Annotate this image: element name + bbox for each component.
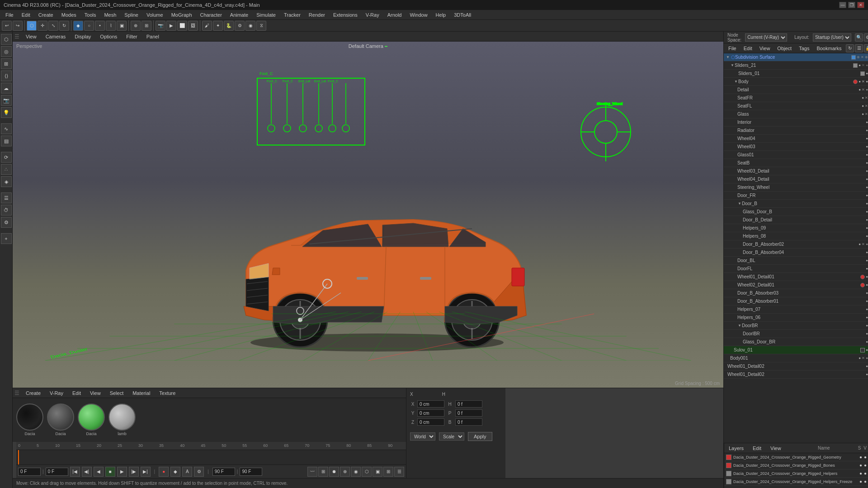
tree-item-doorabsorber04[interactable]: Door_B_Absorber04● [724, 249, 868, 257]
prev-frame-btn[interactable]: ◀| [82, 467, 92, 477]
stop-btn[interactable]: ■ [105, 467, 115, 477]
layers-tool[interactable]: ☰ [1, 192, 12, 203]
viewport[interactable]: Perspective Default Camera •• Foot_C [13, 42, 723, 388]
spline-tool[interactable]: ∿ [1, 123, 12, 134]
menu-item-arnold[interactable]: Arnold [384, 11, 406, 19]
tree-item-body001[interactable]: Body001 ●✕● [724, 354, 868, 362]
menu-item-v-ray[interactable]: V-Ray [362, 11, 383, 19]
om-view[interactable]: View [757, 45, 773, 52]
tree-item-wheel03[interactable]: Wheel03● [724, 143, 868, 151]
fps-input[interactable] [240, 468, 262, 476]
camera-tool[interactable]: 📷 [1, 95, 12, 106]
environment-tool[interactable]: ☁ [1, 83, 12, 94]
plugin-btn3[interactable]: ⧖ [256, 21, 266, 31]
om-edit[interactable]: Edit [741, 45, 755, 52]
material-item-3[interactable]: Dacia [78, 404, 105, 436]
material-ball-2[interactable] [47, 404, 74, 431]
xpresso-play-btn[interactable]: ▣ [373, 467, 382, 477]
mat-view[interactable]: View [87, 389, 104, 397]
viewport-menu-panel[interactable]: Panel [144, 33, 162, 40]
python-btn[interactable]: 🐍 [224, 21, 234, 31]
rotation-h-input[interactable] [455, 400, 482, 408]
layout-select[interactable]: Startup (User) [813, 33, 851, 42]
menu-item-create[interactable]: Create [35, 11, 57, 19]
tree-item-helpers07[interactable]: Helpers_07● [724, 305, 868, 314]
tree-item-sliders01[interactable]: ▶ Sliders_01 ● [724, 70, 868, 78]
record-btn[interactable]: ● [159, 467, 169, 477]
cube-tool[interactable]: ⬡ [1, 34, 12, 45]
menu-item-window[interactable]: Window [406, 11, 431, 19]
om-lock-btn[interactable]: 🔒 [864, 44, 868, 52]
viewport-extra-btn[interactable]: ⊞ [383, 467, 393, 477]
tree-item-doorabsorber01[interactable]: Door_B_Absorber01● [724, 297, 868, 305]
menu-item-modes[interactable]: Modes [58, 11, 80, 19]
material-item-2[interactable]: Dacia [47, 404, 74, 436]
menu-item-file[interactable]: File [2, 11, 17, 19]
tree-item-seatb[interactable]: SeatB● [724, 159, 868, 167]
play-reverse-btn[interactable]: ◀ [94, 467, 104, 477]
plugin-btn1[interactable]: ⚙ [235, 21, 245, 31]
tree-item-doorfr[interactable]: Door_FR● [724, 192, 868, 200]
sculpt-btn[interactable]: ✦ [213, 21, 223, 31]
go-to-start-btn[interactable]: |◀ [70, 467, 80, 477]
menu-item-spline[interactable]: Spline [121, 11, 142, 19]
frame-current-input[interactable] [46, 468, 68, 476]
viewport-menu-cameras[interactable]: Cameras [43, 33, 69, 40]
auto-key-btn[interactable]: A [182, 467, 192, 477]
xpresso-tool[interactable]: ⚙ [1, 217, 12, 228]
mat-select[interactable]: Select [107, 389, 127, 397]
tree-item-helpers09[interactable]: Helpers_09● [724, 224, 868, 232]
paint-layer-tool[interactable]: ▤ [1, 136, 12, 146]
tree-item-sulov[interactable]: Sulov_01 ● [724, 346, 868, 354]
redo-button[interactable]: ↪ [13, 21, 23, 31]
undo-button[interactable]: ↩ [2, 21, 12, 31]
scale-tool[interactable]: ⤡ [48, 21, 58, 31]
material-ball-3[interactable] [78, 404, 105, 431]
tree-item-doorbdetail[interactable]: Door_B_Detail● [724, 216, 868, 224]
om-tags[interactable]: Tags [796, 45, 812, 52]
array-tool[interactable]: ⊞ [1, 58, 12, 69]
select-tool[interactable]: ⬡ [27, 21, 37, 31]
menu-item-character[interactable]: Character [197, 11, 226, 19]
close-button[interactable]: ✕ [857, 2, 864, 8]
filter-scene-btn[interactable]: ⚙ [864, 33, 868, 42]
search-scene-btn[interactable]: 🔍 [855, 33, 863, 42]
material-item-1[interactable]: Dacia [16, 404, 43, 436]
position-z-input[interactable] [417, 418, 444, 426]
menu-item-volume[interactable]: Volume [143, 11, 167, 19]
tree-item-doorb[interactable]: ▼ Door_B ● [724, 200, 868, 208]
tree-item-wheel02detail01[interactable]: Wheel02_Detail01 ● [724, 281, 868, 289]
settings-btn[interactable]: ⚙ [194, 467, 204, 477]
layer-helpers[interactable]: Dacia_Duster_2024_Crossover_Orange_Rigge… [724, 469, 868, 478]
plugin-btn2[interactable]: ◉ [245, 21, 255, 31]
plus-btn[interactable]: + [1, 233, 12, 244]
material-tool-left[interactable]: ◈ [1, 176, 12, 187]
viewport-menu-view[interactable]: View [23, 33, 39, 40]
tree-item-glass01[interactable]: Glass01● [724, 151, 868, 159]
menu-item-mesh[interactable]: Mesh [100, 11, 120, 19]
tree-item-doorfl[interactable]: DoorFL● [724, 265, 868, 273]
keyframe-btn[interactable]: ◆ [170, 467, 180, 477]
material-ball-1[interactable] [16, 404, 43, 431]
tree-item-wheel04[interactable]: Wheel04● [724, 135, 868, 143]
constraint-btn[interactable]: ⬡ [362, 467, 372, 477]
tree-item-radiator[interactable]: Radiator● [724, 127, 868, 135]
tree-item-doorlbr[interactable]: DoorlBR● [724, 330, 868, 338]
tree-item-sliders21[interactable]: ▼ Sliders_21 ● ✕ ● [724, 61, 868, 70]
timeline-scrubber[interactable] [18, 450, 19, 465]
tree-item-helpers08[interactable]: Helpers_08● [724, 232, 868, 240]
layer-bones[interactable]: Dacia_Duster_2024_Crossover_Orange_Rigge… [724, 461, 868, 469]
tree-item-seatfl[interactable]: SeatFL●✕ [724, 102, 868, 110]
record-active-btn[interactable]: ⏺ [329, 467, 339, 477]
rotation-p-input[interactable] [455, 409, 482, 417]
material-item-4[interactable]: lamb [108, 404, 136, 436]
mat-texture[interactable]: Texture [156, 389, 178, 397]
layer-geometry[interactable]: Dacia_Duster_2024_Crossover_Orange_Rigge… [724, 453, 868, 461]
paint-btn[interactable]: 🖌 [202, 21, 212, 31]
tree-item-glassdoorbr[interactable]: Glass_Door_BR● [724, 338, 868, 346]
menu-item-mograph[interactable]: MoGraph [168, 11, 196, 19]
render-btn[interactable]: ▶ [166, 21, 176, 31]
layers-menu[interactable]: Layers [726, 445, 746, 452]
nurbs-tool[interactable]: ◎ [1, 46, 12, 57]
mode-point[interactable]: • [95, 21, 105, 31]
